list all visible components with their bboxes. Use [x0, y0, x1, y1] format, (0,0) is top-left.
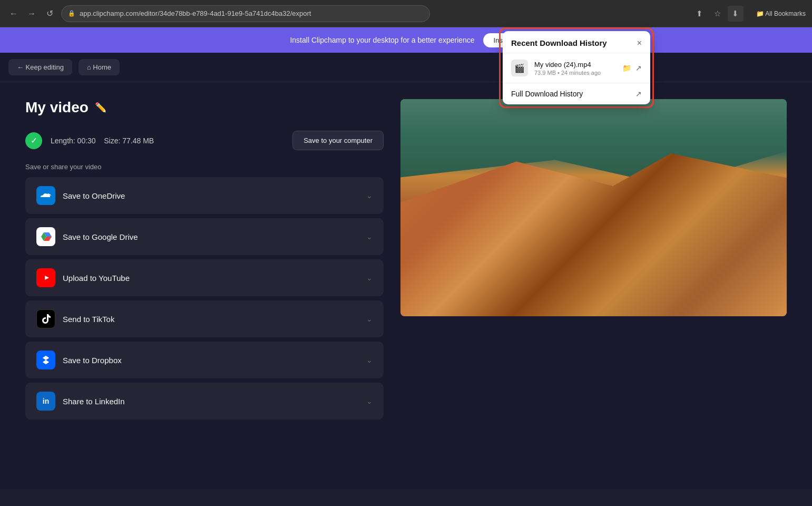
share-item-dropbox[interactable]: Save to Dropbox ⌄: [25, 342, 384, 378]
bookmark-button[interactable]: ☆: [710, 6, 726, 22]
youtube-chevron: ⌄: [366, 274, 373, 282]
gdrive-chevron: ⌄: [366, 232, 373, 241]
app-content: ← Keep editing ⌂ Home My video ✏️ ✓ Leng…: [0, 53, 812, 489]
svg-marker-8: [43, 360, 49, 364]
open-folder-icon[interactable]: 📁: [622, 64, 631, 72]
top-nav: ← Keep editing ⌂ Home: [0, 53, 812, 82]
page-title-row: My video ✏️: [25, 99, 384, 116]
page-title: My video: [25, 99, 89, 116]
download-actions: 📁 ↗: [622, 64, 642, 72]
home-button[interactable]: ⌂ Home: [79, 59, 120, 75]
reload-button[interactable]: ↺: [42, 6, 57, 21]
back-button[interactable]: ←: [6, 6, 21, 21]
tiktok-chevron: ⌄: [366, 315, 373, 323]
left-panel: My video ✏️ ✓ Length: 00:30 Size: 77.48 …: [25, 99, 384, 424]
rock-scene-image: [400, 99, 787, 316]
linkedin-chevron: ⌄: [366, 397, 373, 405]
full-history-link[interactable]: Full Download History ↗: [503, 83, 650, 104]
open-external-icon[interactable]: ↗: [635, 64, 642, 72]
video-size: Size: 77.48 MB: [104, 137, 154, 145]
share-item-linkedin[interactable]: in Share to LinkedIn ⌄: [25, 383, 384, 420]
video-length: Length: 00:30: [51, 137, 96, 145]
download-info: My video (24).mp4 73.9 MB • 24 minutes a…: [534, 61, 616, 76]
download-file-icon: 🎬: [511, 60, 528, 76]
onedrive-icon: [36, 186, 55, 205]
dropbox-label: Save to Dropbox: [63, 356, 359, 365]
address-bar[interactable]: 🔒 app.clipchamp.com/editor/34de78bb-e789…: [61, 5, 430, 22]
share-items-list: Save to OneDrive ⌄ Save to Google Drive …: [25, 177, 384, 420]
tiktok-label: Send to TikTok: [63, 315, 359, 324]
main-area: My video ✏️ ✓ Length: 00:30 Size: 77.48 …: [0, 82, 812, 441]
popup-container: Recent Download History × 🎬 My video (24…: [503, 31, 650, 104]
video-preview: [400, 99, 787, 316]
save-to-computer-button[interactable]: Save to your computer: [292, 131, 384, 150]
share-section-label: Save or share your video: [25, 163, 384, 171]
download-file-name: My video (24).mp4: [534, 61, 616, 69]
banner-text: Install Clipchamp to your desktop for a …: [290, 36, 474, 44]
download-history-popup: Recent Download History × 🎬 My video (24…: [499, 27, 654, 108]
youtube-icon: [36, 268, 55, 287]
tiktok-icon: [36, 309, 55, 328]
linkedin-label: Share to LinkedIn: [63, 397, 359, 406]
onedrive-chevron: ⌄: [366, 191, 373, 200]
folder-icon: 📁: [756, 10, 764, 17]
bookmarks-label: 📁 All Bookmarks: [756, 10, 806, 17]
download-file-meta: 73.9 MB • 24 minutes ago: [534, 70, 616, 76]
dropbox-chevron: ⌄: [366, 356, 373, 364]
dropbox-icon: [36, 351, 55, 369]
full-history-label: Full Download History: [511, 90, 583, 98]
browser-toolbar-right: ⬆ ☆ ⬇ 📁 All Bookmarks: [692, 6, 806, 22]
share-item-gdrive[interactable]: Save to Google Drive ⌄: [25, 218, 384, 255]
video-info: ✓ Length: 00:30 Size: 77.48 MB Save to y…: [25, 131, 384, 150]
keep-editing-button[interactable]: ← Keep editing: [8, 59, 72, 75]
popup-highlight-border: Recent Download History × 🎬 My video (24…: [499, 27, 654, 108]
share-item-youtube[interactable]: Upload to YouTube ⌄: [25, 259, 384, 296]
full-history-external-icon: ↗: [635, 90, 642, 98]
linkedin-icon: in: [36, 392, 55, 411]
download-button[interactable]: ⬇: [728, 6, 743, 22]
share-item-onedrive[interactable]: Save to OneDrive ⌄: [25, 177, 384, 214]
nav-buttons: ← → ↺: [6, 6, 57, 21]
popup-close-button[interactable]: ×: [637, 39, 642, 47]
install-banner: Install Clipchamp to your desktop for a …: [0, 27, 812, 53]
edit-title-icon[interactable]: ✏️: [95, 102, 106, 113]
popup-header: Recent Download History ×: [503, 31, 650, 53]
svg-marker-7: [43, 356, 49, 360]
browser-chrome: ← → ↺ 🔒 app.clipchamp.com/editor/34de78b…: [0, 0, 812, 27]
lock-icon: 🔒: [68, 10, 75, 17]
right-panel: [400, 99, 787, 424]
url-text: app.clipchamp.com/editor/34de78bb-e789-4…: [80, 9, 311, 17]
download-separator: •: [557, 70, 561, 76]
gdrive-icon: [36, 227, 55, 246]
save-page-button[interactable]: ⬆: [692, 6, 708, 22]
forward-button[interactable]: →: [24, 6, 39, 21]
onedrive-label: Save to OneDrive: [63, 191, 359, 200]
download-item: 🎬 My video (24).mp4 73.9 MB • 24 minutes…: [503, 53, 650, 83]
share-item-tiktok[interactable]: Send to TikTok ⌄: [25, 300, 384, 337]
check-circle: ✓: [25, 132, 42, 149]
gdrive-label: Save to Google Drive: [63, 232, 359, 241]
video-meta: Length: 00:30 Size: 77.48 MB: [51, 137, 284, 145]
download-time: 24 minutes ago: [561, 70, 601, 76]
download-size: 73.9 MB: [534, 70, 556, 76]
youtube-label: Upload to YouTube: [63, 274, 359, 283]
popup-title: Recent Download History: [511, 38, 607, 47]
